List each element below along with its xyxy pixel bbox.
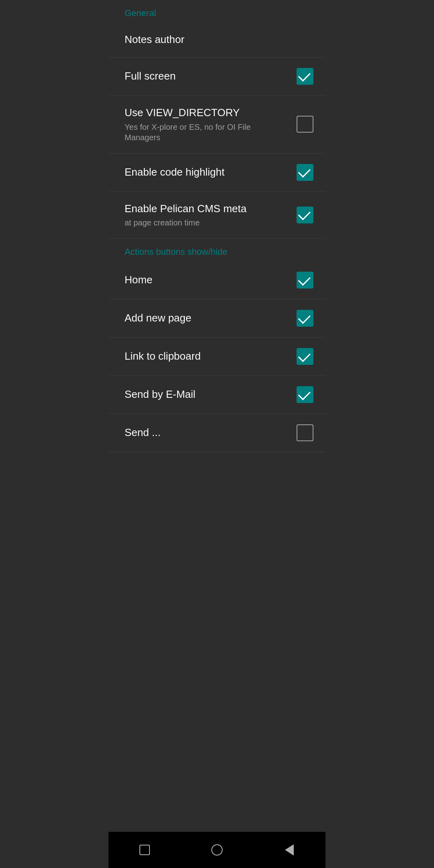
setting-title-use-view-directory: Use VIEW_DIRECTORY: [125, 106, 289, 120]
setting-text-link-to-clipboard: Link to clipboard: [125, 350, 297, 363]
checkbox-home[interactable]: [297, 272, 313, 289]
setting-text-use-view-directory: Use VIEW_DIRECTORYYes for X-plore or ES,…: [125, 106, 297, 143]
setting-text-add-new-page: Add new page: [125, 311, 297, 325]
setting-subtitle-use-view-directory: Yes for X-plore or ES, no for OI File Ma…: [125, 122, 289, 143]
home-icon: [211, 844, 223, 856]
setting-title-notes-author: Notes author: [125, 33, 305, 47]
checkbox-use-view-directory[interactable]: [297, 116, 313, 133]
setting-title-send-by-email: Send by E-Mail: [125, 388, 289, 401]
setting-title-link-to-clipboard: Link to clipboard: [125, 350, 289, 363]
setting-item-use-view-directory[interactable]: Use VIEW_DIRECTORYYes for X-plore or ES,…: [108, 96, 326, 154]
checkbox-enable-code-highlight[interactable]: [297, 164, 313, 181]
section-header-general: General: [108, 0, 326, 23]
nav-recents-button[interactable]: [133, 838, 157, 862]
checkbox-send-by-email[interactable]: [297, 386, 313, 403]
checkbox-full-screen[interactable]: [297, 68, 313, 85]
setting-title-home: Home: [125, 273, 289, 287]
setting-item-send-by-email[interactable]: Send by E-Mail: [108, 376, 326, 414]
nav-back-button[interactable]: [277, 838, 301, 862]
nav-bar: [108, 832, 326, 868]
recents-icon: [139, 845, 150, 855]
setting-text-send-by-email: Send by E-Mail: [125, 388, 297, 401]
setting-item-enable-pelican-cms[interactable]: Enable Pelican CMS metaat page creation …: [108, 192, 326, 239]
checkbox-add-new-page[interactable]: [297, 310, 313, 327]
setting-title-enable-pelican-cms: Enable Pelican CMS meta: [125, 202, 289, 216]
setting-text-home: Home: [125, 273, 297, 287]
setting-subtitle-enable-pelican-cms: at page creation time: [125, 217, 289, 228]
setting-title-send-ellipsis: Send ...: [125, 426, 289, 440]
setting-text-notes-author: Notes author: [125, 33, 313, 47]
checkbox-link-to-clipboard[interactable]: [297, 348, 313, 365]
setting-item-add-new-page[interactable]: Add new page: [108, 299, 326, 338]
section-header-actions-buttons: Actions buttons show/hide: [108, 239, 326, 261]
setting-item-send-ellipsis[interactable]: Send ...: [108, 414, 326, 452]
checkbox-send-ellipsis[interactable]: [297, 424, 313, 441]
setting-item-full-screen[interactable]: Full screen: [108, 57, 326, 96]
setting-title-enable-code-highlight: Enable code highlight: [125, 166, 289, 179]
setting-text-send-ellipsis: Send ...: [125, 426, 297, 440]
setting-item-enable-code-highlight[interactable]: Enable code highlight: [108, 154, 326, 192]
setting-text-full-screen: Full screen: [125, 70, 297, 83]
setting-item-home[interactable]: Home: [108, 261, 326, 299]
setting-title-full-screen: Full screen: [125, 70, 289, 83]
checkbox-enable-pelican-cms[interactable]: [297, 207, 313, 223]
back-icon: [285, 844, 294, 856]
nav-home-button[interactable]: [205, 838, 229, 862]
setting-item-link-to-clipboard[interactable]: Link to clipboard: [108, 338, 326, 376]
setting-item-notes-author[interactable]: Notes author: [108, 23, 326, 57]
settings-container: GeneralNotes authorFull screenUse VIEW_D…: [108, 0, 326, 832]
setting-title-add-new-page: Add new page: [125, 311, 289, 325]
setting-text-enable-code-highlight: Enable code highlight: [125, 166, 297, 179]
setting-text-enable-pelican-cms: Enable Pelican CMS metaat page creation …: [125, 202, 297, 228]
